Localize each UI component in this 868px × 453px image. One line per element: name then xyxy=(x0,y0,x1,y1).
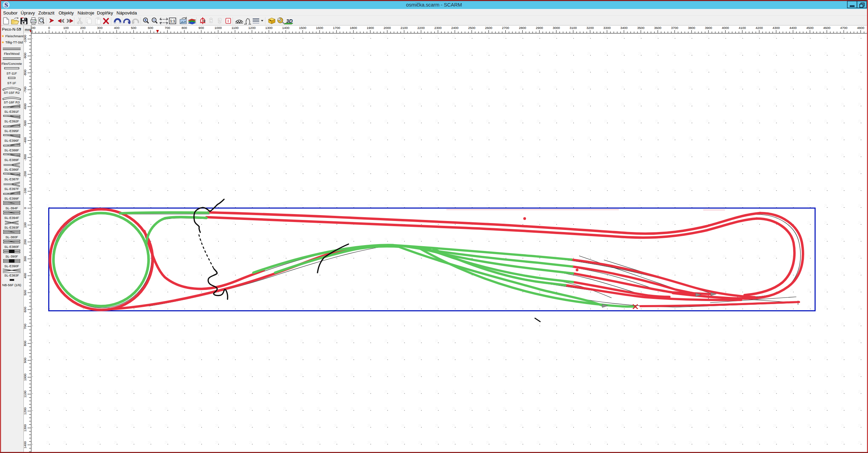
svg-text:SL-E383F: SL-E383F xyxy=(4,273,19,277)
svg-text:400: 400 xyxy=(24,273,27,279)
svg-text:500: 500 xyxy=(131,26,137,30)
svg-text:SL-394F: SL-394F xyxy=(6,206,18,210)
svg-text:3600: 3600 xyxy=(654,26,662,30)
svg-text:-500: -500 xyxy=(24,120,27,127)
svg-text:500: 500 xyxy=(24,290,27,295)
svg-text:4800: 4800 xyxy=(857,26,864,30)
svg-text:3900: 3900 xyxy=(705,26,712,30)
svg-text:1000: 1000 xyxy=(214,26,222,30)
svg-text:ST-15F R2: ST-15F R2 xyxy=(4,91,20,94)
svg-text:2300: 2300 xyxy=(434,26,442,30)
svg-text:4700: 4700 xyxy=(840,26,847,30)
svg-text:600: 600 xyxy=(24,307,27,312)
svg-text:1900: 1900 xyxy=(367,26,374,30)
svg-text:300: 300 xyxy=(24,256,27,262)
svg-text:-100: -100 xyxy=(29,26,36,30)
svg-text:Flex/Concrete: Flex/Concrete xyxy=(1,62,22,66)
svg-text:1100: 1100 xyxy=(232,26,239,30)
svg-text:1100: 1100 xyxy=(24,391,27,397)
svg-text:2400: 2400 xyxy=(451,26,458,30)
svg-text:SL-E388F: SL-E388F xyxy=(4,148,19,152)
svg-text:3400: 3400 xyxy=(620,26,627,30)
svg-text:3100: 3100 xyxy=(569,26,577,30)
svg-text:3300: 3300 xyxy=(603,26,610,30)
svg-text:200: 200 xyxy=(80,26,85,30)
svg-text:100: 100 xyxy=(63,26,69,30)
svg-text:1200: 1200 xyxy=(24,407,27,415)
svg-text:200: 200 xyxy=(24,239,27,245)
svg-text:900: 900 xyxy=(199,26,204,30)
svg-text:1300: 1300 xyxy=(265,26,272,30)
svg-text:-400: -400 xyxy=(24,137,27,144)
svg-text:2900: 2900 xyxy=(536,26,543,30)
svg-text:900: 900 xyxy=(24,358,27,363)
svg-text:2600: 2600 xyxy=(485,26,492,30)
svg-text:4100: 4100 xyxy=(739,26,746,30)
svg-text:SL-E391F: SL-E391F xyxy=(4,110,19,113)
svg-text:2200: 2200 xyxy=(417,26,425,30)
svg-text:3800: 3800 xyxy=(688,26,695,30)
svg-text:2700: 2700 xyxy=(502,26,509,30)
svg-text:3500: 3500 xyxy=(637,26,644,30)
svg-text:3200: 3200 xyxy=(586,26,594,30)
svg-text:SL-E389F: SL-E389F xyxy=(4,158,19,162)
svg-text:SL-E395F: SL-E395F xyxy=(4,129,19,133)
svg-text:-100: -100 xyxy=(24,188,27,194)
svg-text:4600: 4600 xyxy=(823,26,830,30)
svg-text:2500: 2500 xyxy=(468,26,475,30)
svg-text:1600: 1600 xyxy=(316,26,323,30)
svg-text:4000: 4000 xyxy=(722,26,729,30)
svg-text:-300: -300 xyxy=(24,154,27,161)
svg-text:SL-E394F: SL-E394F xyxy=(4,216,19,220)
svg-text:0: 0 xyxy=(48,26,50,30)
svg-text:SL-E397F: SL-E397F xyxy=(4,187,19,191)
svg-text:1800: 1800 xyxy=(350,26,357,30)
svg-text:1700: 1700 xyxy=(333,26,340,30)
svg-text:SL-E380F: SL-E380F xyxy=(4,245,19,249)
svg-text:800: 800 xyxy=(182,26,187,30)
svg-text:-700: -700 xyxy=(24,87,27,93)
svg-text:SL-E392F: SL-E392F xyxy=(4,119,19,123)
svg-text:Flex/Wood: Flex/Wood xyxy=(4,52,19,56)
svg-text:4500: 4500 xyxy=(806,26,814,30)
svg-text:0: 0 xyxy=(24,207,27,209)
svg-text:-1000: -1000 xyxy=(24,35,27,43)
svg-text:700: 700 xyxy=(24,324,27,329)
svg-text:-200: -200 xyxy=(24,171,27,178)
svg-text:400: 400 xyxy=(114,26,120,30)
svg-text:-900: -900 xyxy=(24,53,27,59)
svg-text:ST-11F: ST-11F xyxy=(7,71,17,75)
svg-text:4300: 4300 xyxy=(773,26,780,30)
svg-text:1000: 1000 xyxy=(24,374,27,381)
svg-text:100: 100 xyxy=(24,222,27,228)
svg-text:SL-380F: SL-380F xyxy=(6,235,18,239)
svg-text:SL-E390F: SL-E390F xyxy=(4,264,19,268)
svg-text:600: 600 xyxy=(148,26,153,30)
svg-text:4400: 4400 xyxy=(789,26,797,30)
svg-text:2100: 2100 xyxy=(401,26,408,30)
svg-text:1500: 1500 xyxy=(299,26,306,30)
svg-text:300: 300 xyxy=(97,26,103,30)
svg-text:2800: 2800 xyxy=(519,26,526,30)
svg-text:NB-56F (1/6): NB-56F (1/6) xyxy=(2,283,21,287)
svg-text:-600: -600 xyxy=(24,103,27,110)
svg-text:1300: 1300 xyxy=(24,424,27,432)
svg-text:-800: -800 xyxy=(24,70,27,76)
svg-text:3000: 3000 xyxy=(553,26,560,30)
svg-text:SL-390F: SL-390F xyxy=(6,254,18,258)
svg-text:SL-E396F: SL-E396F xyxy=(4,139,19,142)
svg-text:1400: 1400 xyxy=(282,26,289,30)
svg-text:800: 800 xyxy=(24,341,27,346)
svg-text:SL-E386F: SL-E386F xyxy=(4,168,19,171)
svg-text:1400: 1400 xyxy=(24,441,27,449)
svg-text:ST-18F R3: ST-18F R3 xyxy=(4,100,20,104)
svg-text:ST-1F: ST-1F xyxy=(7,81,16,85)
svg-text:SL-E387F: SL-E387F xyxy=(4,177,19,181)
svg-text:4200: 4200 xyxy=(756,26,763,30)
svg-text:700: 700 xyxy=(165,26,170,30)
svg-text:SL-E393F: SL-E393F xyxy=(4,225,19,229)
svg-text:1200: 1200 xyxy=(248,26,255,30)
svg-text:2000: 2000 xyxy=(384,26,391,30)
svg-text:3700: 3700 xyxy=(671,26,678,30)
svg-text:SL-E399F: SL-E399F xyxy=(4,197,19,200)
